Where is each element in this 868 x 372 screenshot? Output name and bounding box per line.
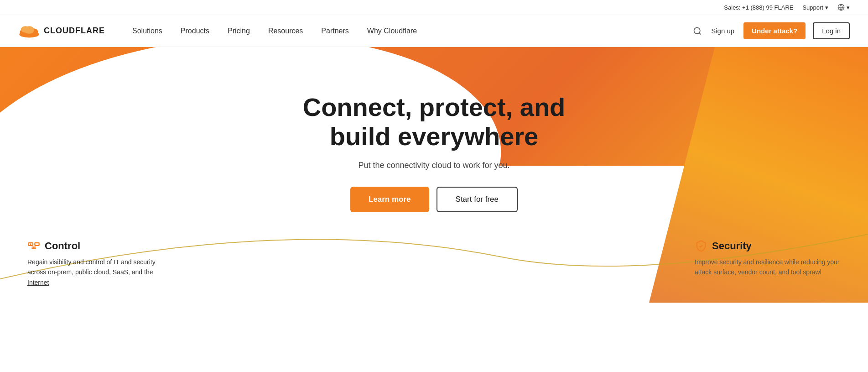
feature-control-desc: Regain visibility and control of IT and … — [27, 257, 173, 288]
hero-title-line2: build everywhere — [330, 122, 539, 151]
control-icon — [27, 240, 40, 252]
under-attack-button[interactable]: Under attack? — [743, 22, 806, 39]
support-chevron-icon: ▾ — [825, 4, 828, 11]
svg-point-6 — [21, 26, 30, 32]
header: CLOUDFLARE Solutions Products Pricing Re… — [0, 15, 868, 47]
main-nav: Solutions Products Pricing Resources Par… — [123, 15, 693, 47]
top-bar: Sales: +1 (888) 99 FLARE Support ▾ ▾ — [0, 0, 868, 15]
feature-security-desc: Improve security and resilience while re… — [695, 257, 841, 278]
shield-icon — [695, 240, 707, 252]
nav-why-cloudflare[interactable]: Why Cloudflare — [358, 15, 426, 47]
nav-resources[interactable]: Resources — [259, 15, 312, 47]
svg-point-10 — [30, 243, 31, 245]
hero-title: Connect, protect, and build everywhere — [303, 93, 566, 152]
search-icon[interactable] — [693, 26, 702, 36]
nav-products[interactable]: Products — [172, 15, 218, 47]
nav-partners[interactable]: Partners — [312, 15, 358, 47]
signup-button[interactable]: Sign up — [709, 23, 736, 38]
start-for-free-button[interactable]: Start for free — [437, 187, 518, 212]
features-row: Control Regain visibility and control of… — [0, 240, 868, 288]
hero-buttons: Learn more Start for free — [350, 187, 518, 212]
logo-text: CLOUDFLARE — [44, 26, 105, 36]
header-actions: Sign up Under attack? Log in — [693, 22, 850, 39]
feature-security-title: Security — [712, 240, 752, 252]
globe-selector[interactable]: ▾ — [837, 4, 850, 11]
svg-point-7 — [694, 27, 700, 33]
sales-phone: Sales: +1 (888) 99 FLARE — [724, 4, 793, 11]
support-link[interactable]: Support ▾ — [802, 4, 828, 11]
feature-control: Control Regain visibility and control of… — [27, 240, 173, 288]
globe-icon — [837, 4, 845, 11]
hero-section: Connect, protect, and build everywhere P… — [0, 47, 868, 303]
svg-rect-11 — [35, 243, 39, 246]
hero-subtitle: Put the connectivity cloud to work for y… — [358, 161, 509, 170]
hero-content: Connect, protect, and build everywhere P… — [0, 47, 868, 240]
learn-more-button[interactable]: Learn more — [350, 187, 429, 212]
support-label: Support — [802, 4, 823, 11]
globe-chevron-icon: ▾ — [847, 4, 850, 11]
logo[interactable]: CLOUDFLARE — [18, 24, 105, 38]
cloudflare-logo-icon — [18, 24, 40, 38]
nav-pricing[interactable]: Pricing — [218, 15, 259, 47]
feature-security: Security Improve security and resilience… — [695, 240, 841, 288]
feature-control-header: Control — [27, 240, 173, 252]
login-button[interactable]: Log in — [813, 22, 850, 39]
svg-line-8 — [699, 32, 701, 34]
feature-security-header: Security — [695, 240, 841, 252]
nav-solutions[interactable]: Solutions — [123, 15, 172, 47]
feature-control-link[interactable]: Regain visibility — [27, 258, 71, 266]
feature-control-title: Control — [45, 240, 80, 252]
hero-title-line1: Connect, protect, and — [303, 93, 566, 121]
